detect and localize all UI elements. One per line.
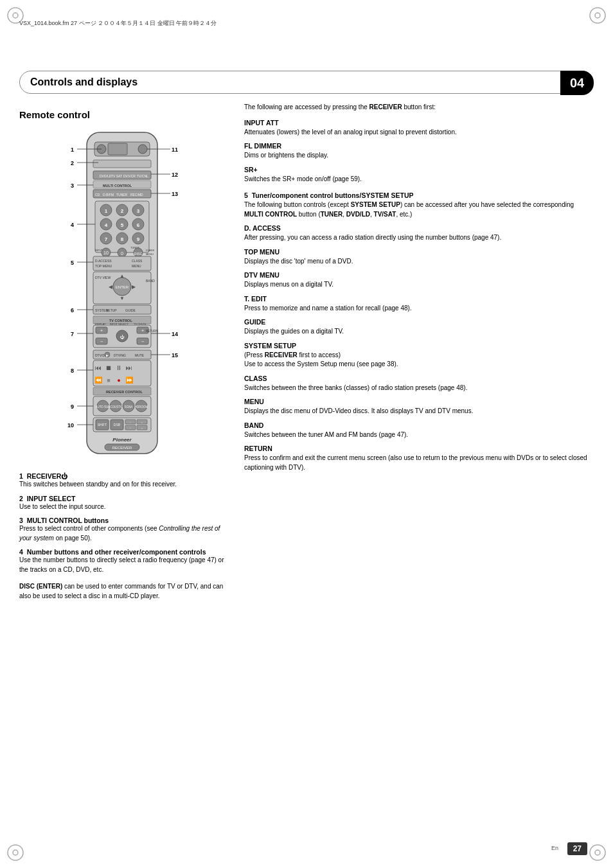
svg-text:TV/CNL: TV/CNL — [137, 174, 148, 178]
svg-text:13: 13 — [172, 191, 178, 197]
svg-text:9: 9 — [71, 403, 74, 410]
svg-text:TV SAT: TV SAT — [111, 174, 122, 178]
svg-text:⏭: ⏭ — [126, 364, 132, 371]
svg-text:■: ■ — [107, 377, 110, 384]
svg-text:15: 15 — [172, 352, 178, 359]
svg-text:ACOUSTIC: ACOUSTIC — [108, 405, 123, 409]
svg-text:14: 14 — [172, 331, 178, 337]
svg-text:D.ACCESS: D.ACCESS — [95, 259, 112, 263]
corner-decoration-bl — [6, 844, 24, 862]
svg-text:VOL: VOL — [141, 323, 147, 326]
svg-text:TV CH: TV CH — [134, 323, 141, 326]
desc-1: 1 RECEIVER⏻ This switches between standb… — [19, 472, 225, 490]
svg-text:10: 10 — [103, 251, 109, 255]
svg-text:⏩: ⏩ — [125, 376, 134, 384]
item-tuner-section-body: The following button controls (except SY… — [244, 200, 594, 219]
svg-point-5 — [13, 850, 18, 855]
item-t-edit-title: T. EDIT — [244, 295, 594, 303]
svg-text:1: 1 — [71, 146, 74, 153]
chapter-badge: 04 — [560, 71, 594, 95]
svg-text:5: 5 — [121, 222, 124, 228]
right-column: The following are accessed by pressing t… — [231, 103, 594, 829]
svg-text:3: 3 — [137, 208, 140, 214]
svg-text:6: 6 — [137, 222, 140, 228]
svg-text:+: + — [141, 328, 144, 333]
item-guide-title: GUIDE — [244, 318, 594, 326]
svg-text:⏹: ⏹ — [105, 364, 112, 371]
desc-4: 4 Number buttons and other receiver/comp… — [19, 548, 225, 601]
svg-text:4: 4 — [71, 222, 74, 228]
svg-point-4 — [8, 845, 23, 860]
remote-image-container: DVD/LD TV SAT DV/VCR TV/CNL MULTI CONTRO… — [19, 129, 225, 463]
svg-text:TOP MENU: TOP MENU — [95, 264, 112, 268]
svg-text:SGNA: SGNA — [125, 405, 133, 409]
svg-text:RETURN: RETURN — [146, 330, 158, 333]
svg-text:▲: ▲ — [120, 273, 125, 279]
svg-text:MENU: MENU — [132, 264, 141, 268]
svg-text:MENU: MENU — [146, 252, 154, 256]
svg-point-12 — [138, 145, 147, 154]
svg-text:⏮: ⏮ — [95, 364, 102, 371]
svg-text:9: 9 — [137, 236, 140, 242]
item-d-access-body: After pressing, you can access a radio s… — [244, 233, 594, 243]
item-system-setup-body: (Press RECEIVER first to access)Use to a… — [244, 351, 594, 369]
svg-text:DTV VIEW: DTV VIEW — [95, 276, 111, 279]
item-dtv-menu-title: DTV MENU — [244, 271, 594, 279]
svg-point-7 — [595, 850, 600, 855]
svg-text:REC/MD: REC/MD — [130, 193, 143, 197]
svg-text:SETUP: SETUP — [106, 308, 117, 312]
svg-text:11: 11 — [172, 146, 178, 153]
svg-text:2: 2 — [71, 160, 74, 166]
svg-point-2 — [590, 8, 605, 23]
svg-text:◀: ◀ — [109, 284, 113, 290]
svg-text:DISC: DISC — [134, 252, 142, 256]
left-column: Remote control DVD/LD TV SAT DV/ — [19, 103, 231, 829]
svg-text:D-B/FM: D-B/FM — [103, 193, 114, 197]
desc-2: 2 INPUT SELECT Use to select the input s… — [19, 495, 225, 512]
corner-decoration-tr — [589, 6, 607, 24]
item-top-menu-body: Displays the disc 'top' menu of a DVD. — [244, 257, 594, 267]
item-input-att-title: INPUT ATT — [244, 119, 594, 127]
svg-text:▼: ▼ — [120, 296, 125, 301]
item-input-att-body: Attenuates (lowers) the level of an anal… — [244, 128, 594, 137]
item-t-edit-body: Press to memorize and name a station for… — [244, 304, 594, 314]
item-tuner-section-title: 5 Tuner/component control buttons/SYSTEM… — [244, 191, 594, 199]
svg-point-6 — [590, 845, 605, 860]
item-band-title: BAND — [244, 421, 594, 429]
svg-text:DVD/LD: DVD/LD — [100, 174, 112, 178]
svg-text:4: 4 — [105, 222, 108, 228]
item-top-menu-title: TOP MENU — [244, 248, 594, 256]
svg-text:8: 8 — [71, 368, 74, 374]
svg-text:ENTER: ENTER — [116, 285, 129, 289]
svg-text:MULTI CONTROL: MULTI CONTROL — [103, 184, 132, 188]
item-guide-body: Displays the guides on a digital TV. — [244, 327, 594, 337]
svg-text:HDROOM: HDROOM — [135, 405, 148, 409]
svg-text:RECEIVER: RECEIVER — [112, 446, 132, 450]
intro-text: The following are accessed by pressing t… — [244, 103, 594, 112]
svg-rect-13 — [93, 160, 151, 168]
item-menu-body: Displays the disc menu of DVD-Video disc… — [244, 407, 594, 416]
item-class-body: Switches between the three banks (classe… — [244, 384, 594, 393]
item-band-body: Switches between the tuner AM and FM ban… — [244, 430, 594, 440]
svg-text:1: 1 — [105, 208, 108, 214]
svg-text:⏸: ⏸ — [116, 364, 122, 371]
svg-text:−: − — [141, 339, 144, 344]
svg-text:7: 7 — [105, 236, 108, 242]
svg-text:+: + — [100, 328, 103, 333]
item-class-title: CLASS — [244, 375, 594, 382]
item-sr-plus-body: Switches the SR+ mode on/off (page 59). — [244, 175, 594, 184]
header-bar: Controls and displays 04 — [19, 71, 594, 94]
svg-text:●: ● — [117, 377, 120, 384]
svg-text:CD: CD — [95, 193, 100, 197]
item-system-setup-title: SYSTEM SETUP — [244, 342, 594, 350]
item-fl-dimmer-title: FL DIMMER — [244, 142, 594, 150]
svg-text:▶: ▶ — [106, 353, 109, 357]
item-dtv-menu-body: Displays menus on a digital TV. — [244, 280, 594, 290]
svg-text:GUIDE: GUIDE — [125, 308, 136, 312]
svg-text:7: 7 — [71, 331, 74, 337]
svg-text:3: 3 — [71, 182, 74, 189]
svg-rect-11 — [108, 143, 127, 155]
item-return-title: RETURN — [244, 445, 594, 452]
svg-text:0: 0 — [121, 251, 123, 256]
section-title: Remote control — [19, 109, 225, 120]
